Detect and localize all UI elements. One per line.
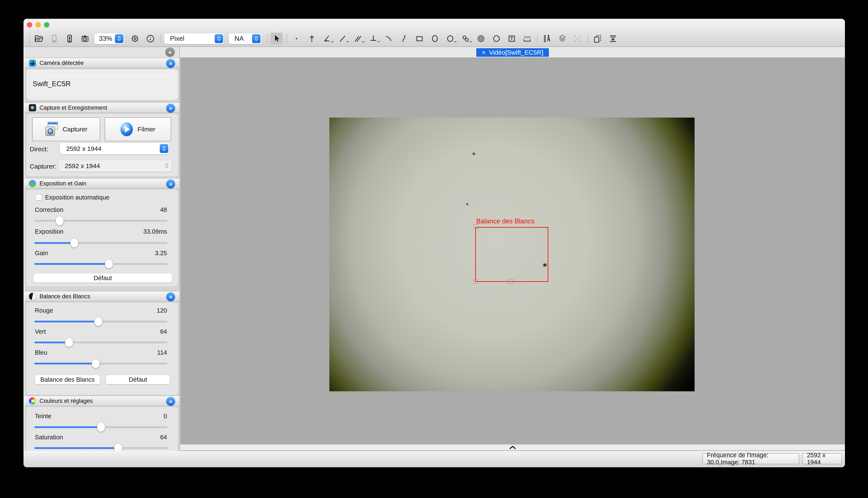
ellipse-tool-button[interactable] <box>429 32 441 44</box>
wb-panel-body: Rouge 120 Vert 64 Bleu 114 Balance des B… <box>26 302 178 395</box>
expand-up-icon[interactable] <box>509 446 516 449</box>
circle-tool-button[interactable] <box>444 32 457 44</box>
slider-thumb[interactable] <box>94 317 102 326</box>
record-play-icon <box>120 122 133 136</box>
roi-label: Balance des Blancs <box>476 218 534 225</box>
gain-slider[interactable] <box>34 263 167 265</box>
minimize-window-button[interactable] <box>36 22 41 27</box>
video-tab[interactable]: × Vidéo[Swift_EC5R] <box>476 48 549 57</box>
slider-fill <box>34 426 101 428</box>
collapse-panel-button[interactable] <box>166 59 175 68</box>
unit-select[interactable]: Pixel <box>164 33 224 44</box>
save-button[interactable] <box>48 32 61 44</box>
collapse-panel-button[interactable] <box>166 180 175 188</box>
settings-button[interactable] <box>129 32 141 44</box>
slider-thumb[interactable] <box>97 423 105 432</box>
slider-value: 114 <box>157 349 167 356</box>
flash-device-icon <box>65 34 75 43</box>
magnification-select[interactable]: NA <box>229 33 261 44</box>
curve-tool-button[interactable] <box>398 32 410 44</box>
camera-name[interactable]: Swift_EC5R <box>33 80 71 88</box>
slider-label: Vert <box>35 328 46 335</box>
parallel-tool-button[interactable] <box>352 32 364 44</box>
csv-icon: CSV <box>573 34 583 43</box>
concentric-circles-tool-button[interactable] <box>475 32 487 44</box>
export-icon <box>608 34 618 43</box>
auto-capture-button[interactable] <box>63 32 76 44</box>
csv-export-button[interactable]: CSV <box>572 32 584 44</box>
snap-resolution-select[interactable]: 2592 x 1944 <box>58 160 172 172</box>
live-video-frame[interactable]: Balance des Blancs <box>329 118 694 391</box>
red-slider[interactable] <box>34 321 167 323</box>
angle-tool-button[interactable] <box>321 32 333 44</box>
maximize-window-button[interactable] <box>44 22 49 27</box>
slider-thumb[interactable] <box>92 359 100 368</box>
line-tool-button[interactable] <box>336 32 349 44</box>
annulus-tool-button[interactable] <box>459 32 472 44</box>
titlebar <box>24 19 845 31</box>
arc-tool-button[interactable] <box>383 32 395 44</box>
scalebar-icon: 10um <box>522 34 532 43</box>
close-window-button[interactable] <box>27 22 32 27</box>
white-balance-roi[interactable] <box>475 227 548 282</box>
copy-button[interactable] <box>591 32 604 44</box>
text-tool-button[interactable] <box>506 32 518 44</box>
white-balance-button[interactable]: Balance des Blancs <box>35 375 100 384</box>
slider-thumb[interactable] <box>70 238 78 248</box>
roi-handle[interactable] <box>474 224 478 229</box>
time-lapse-button[interactable] <box>79 32 91 44</box>
tab-close-icon[interactable]: × <box>482 49 486 56</box>
hue-slider[interactable] <box>34 426 167 428</box>
correction-slider[interactable] <box>34 220 167 222</box>
wb-default-button[interactable]: Défaut <box>106 375 170 384</box>
roi-handle[interactable] <box>473 279 478 284</box>
exposure-default-button[interactable]: Défaut <box>33 273 172 283</box>
color-wheel-icon <box>29 397 36 405</box>
live-resolution-select[interactable]: 2592 x 1944 <box>60 143 169 155</box>
auto-exposure-checkbox[interactable] <box>36 194 42 200</box>
divider <box>33 94 172 94</box>
export-button[interactable] <box>607 32 619 44</box>
chevron-up-icon <box>168 294 173 299</box>
perpendicular-tool-button[interactable] <box>367 32 380 44</box>
collapse-panel-button[interactable] <box>166 292 175 301</box>
toolbar-separator <box>537 35 538 43</box>
layers-button[interactable] <box>556 32 569 44</box>
sidebar-top-strip: « <box>25 47 179 57</box>
slider-thumb[interactable] <box>114 444 122 451</box>
slider-thumb[interactable] <box>105 260 113 268</box>
sidebar-collapse-button[interactable]: « <box>165 47 175 57</box>
capture-button[interactable]: Capturer <box>32 117 100 141</box>
green-slider[interactable] <box>34 342 167 343</box>
color-panel-header[interactable]: Couleurs et réglages <box>25 396 179 406</box>
slider-fill <box>34 242 74 244</box>
zoom-level-select[interactable]: 33% <box>94 33 125 44</box>
record-button[interactable]: Filmer <box>105 117 171 141</box>
capture-panel-body: Capturer Filmer Direct: 2592 x 1944 Capt… <box>26 114 178 176</box>
calibration-button[interactable] <box>541 32 553 44</box>
exposure-slider[interactable] <box>34 242 167 244</box>
arrow-tool-button[interactable] <box>306 32 318 44</box>
roi-handle[interactable] <box>508 279 513 284</box>
capture-panel-header[interactable]: Capture et Enregistrement <box>25 102 179 113</box>
open-folder-icon <box>34 34 44 43</box>
blue-slider[interactable] <box>34 363 167 364</box>
open-file-button[interactable] <box>33 32 45 44</box>
polygon-tool-button[interactable] <box>490 32 502 44</box>
point-tool-button[interactable] <box>290 32 303 44</box>
scalebar-tool-button[interactable]: 10um <box>521 32 533 44</box>
saturation-slider[interactable] <box>34 447 167 449</box>
collapse-panel-button[interactable] <box>166 104 175 113</box>
info-button[interactable] <box>144 32 156 44</box>
select-tool-button[interactable] <box>270 32 283 44</box>
collapse-panel-button[interactable] <box>166 397 175 406</box>
rectangle-tool-button[interactable] <box>413 32 426 44</box>
toolbar-separator <box>267 35 267 43</box>
slider-thumb[interactable] <box>56 217 64 225</box>
divider <box>33 76 172 76</box>
camera-panel-header[interactable]: Caméra détectée <box>25 57 179 68</box>
slider-thumb[interactable] <box>65 338 73 347</box>
arc-icon <box>384 34 393 43</box>
wb-panel-header[interactable]: Balance des Blancs <box>25 291 179 302</box>
exposure-panel-header[interactable]: Exposition et Gain <box>25 178 179 189</box>
